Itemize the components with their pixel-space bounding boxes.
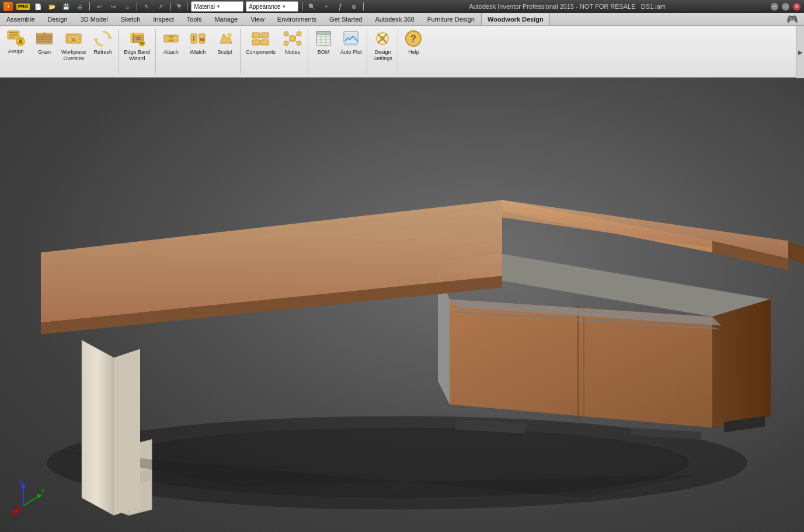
refresh-icon: [93, 29, 112, 48]
svg-text:i: i: [193, 36, 195, 42]
home-button[interactable]: ⌂: [121, 1, 133, 12]
new-button[interactable]: 📄: [32, 1, 44, 12]
svg-text:Y: Y: [41, 488, 45, 495]
zoom-button[interactable]: 🔍: [306, 1, 318, 12]
menu-autodesk360[interactable]: Autodesk 360: [368, 13, 420, 25]
imatch-icon: i M: [189, 29, 207, 48]
zoom-in-button[interactable]: +: [320, 1, 332, 12]
attach-label: Attach: [163, 49, 179, 55]
menu-woodworkdesign[interactable]: Woodwork Design: [481, 13, 550, 25]
imatch-label: iMatch: [190, 49, 206, 55]
nodes-label: Nodes: [285, 49, 300, 55]
viewport[interactable]: Z Y X: [0, 78, 804, 532]
components-label: Components: [246, 49, 276, 55]
autoplot-button[interactable]: Auto Plot: [337, 27, 365, 76]
sculpt-button[interactable]: Sculpt: [212, 27, 238, 76]
refresh-button[interactable]: Refresh: [90, 27, 116, 76]
svg-point-36: [284, 32, 288, 36]
ribbon-scroll-right[interactable]: ▶: [796, 26, 804, 78]
cursor-button[interactable]: ↗: [155, 1, 166, 12]
imatch-button[interactable]: i M iMatch: [185, 27, 211, 76]
svg-marker-98: [114, 349, 140, 516]
menu-getstarted[interactable]: Get Started: [323, 13, 368, 25]
attach-button[interactable]: Attach: [158, 27, 184, 76]
svg-rect-34: [261, 40, 269, 45]
menu-furnituredesign[interactable]: Furniture Design: [421, 13, 481, 25]
svg-line-42: [288, 40, 290, 42]
refresh-label: Refresh: [94, 49, 113, 55]
svg-line-95: [502, 212, 788, 252]
menu-inspect[interactable]: Inspect: [147, 13, 180, 25]
attach-icon: [162, 29, 180, 48]
svg-line-40: [288, 35, 290, 37]
workpiece-label: WorkpieceOversize: [61, 49, 86, 62]
autoplot-icon: [342, 29, 360, 48]
edgeband-button[interactable]: W Edge BandWizard: [121, 27, 153, 76]
svg-marker-103: [37, 494, 42, 499]
svg-rect-32: [261, 33, 269, 38]
svg-point-38: [284, 41, 288, 46]
svg-rect-33: [252, 40, 260, 45]
menu-3dmodel[interactable]: 3D Model: [74, 13, 114, 25]
menu-tools[interactable]: Tools: [180, 13, 208, 25]
pro-badge: PRO: [16, 4, 30, 10]
open-button[interactable]: 📂: [46, 1, 58, 12]
workpiece-button[interactable]: W WorkpieceOversize: [58, 27, 89, 76]
grain-button[interactable]: Grain: [32, 27, 57, 76]
undo-button[interactable]: ↩: [93, 1, 105, 12]
help-button[interactable]: ? Help: [401, 27, 426, 76]
svg-point-35: [290, 36, 295, 41]
view-dropdown[interactable]: 🔭: [174, 1, 183, 12]
menu-design[interactable]: Design: [41, 13, 74, 25]
print-button[interactable]: 🖨: [74, 1, 86, 12]
menu-sketch[interactable]: Sketch: [114, 13, 147, 25]
svg-point-37: [297, 32, 301, 36]
select-button[interactable]: ↖: [141, 1, 152, 12]
svg-text:?: ?: [411, 34, 417, 44]
app-icon[interactable]: I: [4, 2, 13, 11]
workpiece-icon: W: [64, 29, 83, 48]
redo-button[interactable]: ↪: [107, 1, 119, 12]
grain-label: Grain: [38, 49, 51, 55]
help-icon: ?: [404, 29, 423, 48]
svg-marker-15: [107, 35, 112, 39]
formula-button[interactable]: ƒ: [334, 1, 346, 12]
nodes-icon: [283, 29, 302, 48]
maximize-button[interactable]: □: [782, 3, 789, 11]
save-button[interactable]: 💾: [60, 1, 72, 12]
bom-button[interactable]: BOM: [311, 27, 336, 76]
svg-line-102: [23, 496, 40, 506]
bom-icon: [314, 29, 333, 48]
menu-environments[interactable]: Environments: [271, 13, 323, 25]
svg-point-39: [297, 41, 301, 46]
svg-line-41: [295, 35, 297, 37]
components-button[interactable]: Components: [243, 27, 279, 76]
menu-manage[interactable]: Manage: [208, 13, 244, 25]
nodes-button[interactable]: Nodes: [280, 27, 305, 76]
menu-view[interactable]: View: [244, 13, 271, 25]
camera-control[interactable]: 🎮: [781, 13, 804, 25]
designsettings-icon: [373, 29, 392, 48]
svg-rect-3: [9, 37, 15, 38]
svg-text:M: M: [200, 37, 204, 42]
svg-rect-1: [9, 32, 18, 33]
sculpt-label: Sculpt: [217, 49, 232, 55]
designsettings-label: DesignSettings: [373, 49, 392, 62]
minimize-button[interactable]: ─: [771, 3, 778, 11]
svg-text:Z: Z: [20, 479, 23, 484]
designsettings-button[interactable]: DesignSettings: [370, 27, 395, 76]
assign-button[interactable]: A Assign: [1, 27, 30, 76]
menu-bar: Assemble Design 3D Model Sketch Inspect …: [0, 13, 804, 26]
close-button[interactable]: ✕: [793, 3, 800, 11]
plus-button[interactable]: ⊕: [348, 1, 360, 12]
appearance-dropdown[interactable]: Appearance ▼: [246, 1, 298, 12]
help-label: Help: [408, 49, 419, 55]
axes-indicator: Z Y X: [12, 479, 47, 514]
svg-rect-31: [252, 33, 260, 38]
sculpt-icon: [215, 29, 234, 48]
menu-assemble[interactable]: Assemble: [0, 13, 41, 25]
ribbon-panel: A Assign Grain: [0, 26, 804, 78]
svg-text:W: W: [140, 41, 144, 46]
material-dropdown[interactable]: Material ▼: [191, 1, 243, 12]
edgeband-icon: W: [128, 29, 147, 48]
